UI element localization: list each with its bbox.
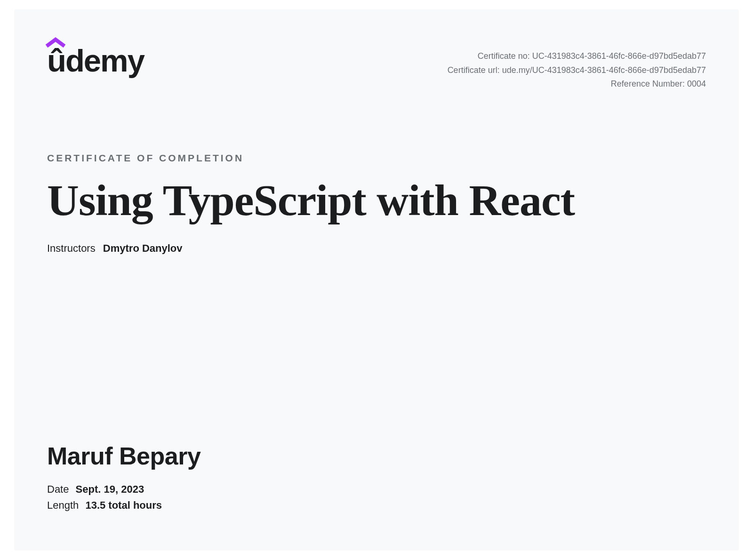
certificate-header: ûdemy Certificate no: UC-431983c4-3861-4… (47, 45, 706, 91)
certificate-no-value: UC-431983c4-3861-46fc-866e-d97bd5edab77 (532, 51, 706, 61)
certificate-url-label: Certificate url: (448, 65, 500, 75)
udemy-caret-icon (46, 37, 65, 48)
student-name: Maruf Bepary (47, 442, 200, 470)
instructors-row: Instructors Dmytro Danylov (47, 242, 706, 255)
length-label: Length (47, 499, 79, 511)
certificate-url-row: Certificate url: ude.my/UC-431983c4-3861… (448, 64, 706, 78)
certificate-meta: Certificate no: UC-431983c4-3861-46fc-86… (448, 49, 706, 91)
completion-label: CERTIFICATE OF COMPLETION (47, 152, 706, 164)
date-label: Date (47, 483, 69, 495)
instructors-label: Instructors (47, 242, 96, 254)
certificate-url-value: ude.my/UC-431983c4-3861-46fc-866e-d97bd5… (502, 65, 706, 75)
certificate-no-row: Certificate no: UC-431983c4-3861-46fc-86… (448, 49, 706, 64)
logo-text-value: ûdemy (47, 43, 144, 78)
reference-number-row: Reference Number: 0004 (448, 77, 706, 91)
course-title: Using TypeScript with React (47, 177, 706, 224)
date-value: Sept. 19, 2023 (76, 483, 144, 495)
length-value: 13.5 total hours (85, 499, 162, 511)
certificate-footer: Maruf Bepary Date Sept. 19, 2023 Length … (47, 442, 200, 515)
certificate-no-label: Certificate no: (478, 51, 530, 61)
instructors-name: Dmytro Danylov (103, 242, 183, 254)
length-row: Length 13.5 total hours (47, 499, 200, 512)
udemy-logo-text: ûdemy (47, 45, 144, 76)
udemy-logo: ûdemy (47, 45, 144, 76)
date-row: Date Sept. 19, 2023 (47, 483, 200, 496)
reference-number-value: 0004 (687, 79, 706, 88)
certificate-container: ûdemy Certificate no: UC-431983c4-3861-4… (14, 9, 739, 551)
reference-number-label: Reference Number: (611, 79, 685, 88)
